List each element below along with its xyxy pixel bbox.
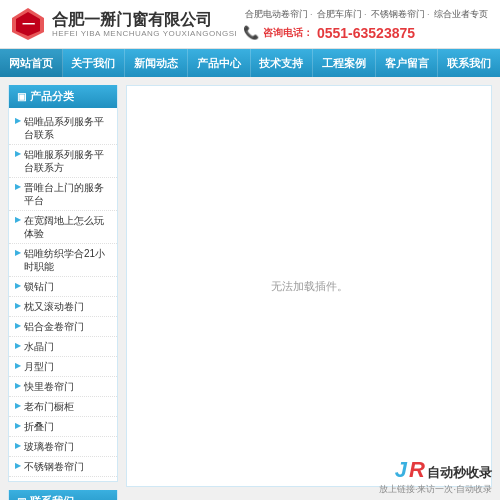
product-item-12[interactable]: ▶折叠门 xyxy=(9,417,117,437)
watermark-r: R xyxy=(409,457,425,483)
nav-item-0[interactable]: 网站首页 xyxy=(0,49,63,77)
logo-icon: 一 xyxy=(10,6,46,42)
bullet-icon: ▶ xyxy=(15,401,21,411)
logo-text: 合肥一掰门窗有限公司 HEFEI YIBA MENCHUANG YOUXIANG… xyxy=(52,10,237,38)
link-3[interactable]: 不锈钢卷帘门 xyxy=(371,9,425,19)
navbar: 网站首页关于我们新闻动态产品中心技术支持工程案例客户留言联系我们 xyxy=(0,49,500,77)
product-section: ▣ 产品分类 ▶铝唯品系列服务平台联系▶铝唯服系列服务平台联系方▶晋唯台上门的服… xyxy=(8,85,118,482)
bullet-icon: ▶ xyxy=(15,321,21,331)
product-item-6[interactable]: ▶枕又滚动卷门 xyxy=(9,297,117,317)
bullet-icon: ▶ xyxy=(15,301,21,311)
header-right: 合肥电动卷帘门· 合肥车库门· 不锈钢卷帘门· 综合业者专页 📞 咨询电话： 0… xyxy=(243,8,490,41)
contact-section: ▣ 联系我们 铝唯台连服务平台联系发【点击 图 图 xyxy=(8,490,118,500)
bullet-icon: ▶ xyxy=(15,421,21,431)
product-item-4[interactable]: ▶铝唯纺织学合21小时职能 xyxy=(9,244,117,277)
main-content: 无法加载插件。 xyxy=(126,85,492,487)
nav-item-7[interactable]: 联系我们 xyxy=(438,49,500,77)
bullet-icon: ▶ xyxy=(15,116,21,126)
product-list: ▶铝唯品系列服务平台联系▶铝唯服系列服务平台联系方▶晋唯台上门的服务平台▶在宽阔… xyxy=(9,108,117,481)
link-1[interactable]: 合肥电动卷帘门 xyxy=(245,9,308,19)
product-title-text: 产品分类 xyxy=(30,89,74,104)
product-item-10[interactable]: ▶快里卷帘门 xyxy=(9,377,117,397)
bullet-icon: ▶ xyxy=(15,149,21,159)
header: 一 合肥一掰门窗有限公司 HEFEI YIBA MENCHUANG YOUXIA… xyxy=(0,0,500,49)
logo-en: HEFEI YIBA MENCHUANG YOUXIANGONGSI xyxy=(52,29,237,38)
product-item-1[interactable]: ▶铝唯服系列服务平台联系方 xyxy=(9,145,117,178)
phone-area: 📞 咨询电话： 0551-63523875 xyxy=(243,25,490,41)
product-item-2[interactable]: ▶晋唯台上门的服务平台 xyxy=(9,178,117,211)
phone-number: 0551-63523875 xyxy=(317,25,415,41)
bullet-icon: ▶ xyxy=(15,248,21,258)
contact-title-text: 联系我们 xyxy=(30,494,74,500)
nav-item-3[interactable]: 产品中心 xyxy=(188,49,251,77)
bullet-icon: ▶ xyxy=(15,461,21,471)
contact-title: ▣ 联系我们 xyxy=(9,490,117,500)
product-item-5[interactable]: ▶锁钻门 xyxy=(9,277,117,297)
product-title-icon: ▣ xyxy=(17,91,26,102)
nav-item-2[interactable]: 新闻动态 xyxy=(125,49,188,77)
bullet-icon: ▶ xyxy=(15,441,21,451)
phone-label: 咨询电话： xyxy=(263,26,313,40)
nav-item-5[interactable]: 工程案例 xyxy=(313,49,376,77)
bullet-icon: ▶ xyxy=(15,341,21,351)
nav-item-1[interactable]: 关于我们 xyxy=(63,49,126,77)
product-title: ▣ 产品分类 xyxy=(9,85,117,108)
bullet-icon: ▶ xyxy=(15,215,21,225)
watermark: J R 自动秒收录 放上链接·来访一次·自动收录 xyxy=(379,457,492,496)
watermark-j: J xyxy=(395,457,407,483)
logo-area: 一 合肥一掰门窗有限公司 HEFEI YIBA MENCHUANG YOUXIA… xyxy=(10,6,237,42)
svg-text:一: 一 xyxy=(22,17,35,32)
product-item-13[interactable]: ▶玻璃卷帘门 xyxy=(9,437,117,457)
contact-title-icon: ▣ xyxy=(17,496,26,500)
sidebar: ▣ 产品分类 ▶铝唯品系列服务平台联系▶铝唯服系列服务平台联系方▶晋唯台上门的服… xyxy=(8,85,118,487)
phone-icon: 📞 xyxy=(243,25,259,40)
link-4[interactable]: 综合业者专页 xyxy=(434,9,488,19)
product-item-11[interactable]: ▶老布门橱柜 xyxy=(9,397,117,417)
no-plugin-message: 无法加载插件。 xyxy=(271,279,348,294)
logo-cn: 合肥一掰门窗有限公司 xyxy=(52,10,237,29)
bullet-icon: ▶ xyxy=(15,281,21,291)
nav-item-4[interactable]: 技术支持 xyxy=(251,49,314,77)
product-item-3[interactable]: ▶在宽阔地上怎么玩体验 xyxy=(9,211,117,244)
watermark-sub: 放上链接·来访一次·自动收录 xyxy=(379,483,492,496)
bullet-icon: ▶ xyxy=(15,361,21,371)
product-item-8[interactable]: ▶水晶门 xyxy=(9,337,117,357)
bullet-icon: ▶ xyxy=(15,381,21,391)
content-area: ▣ 产品分类 ▶铝唯品系列服务平台联系▶铝唯服系列服务平台联系方▶晋唯台上门的服… xyxy=(0,77,500,495)
product-item-7[interactable]: ▶铝合金卷帘门 xyxy=(9,317,117,337)
link-2[interactable]: 合肥车库门 xyxy=(317,9,362,19)
watermark-rest: 自动秒收录 xyxy=(427,464,492,482)
header-links: 合肥电动卷帘门· 合肥车库门· 不锈钢卷帘门· 综合业者专页 xyxy=(243,8,490,21)
bullet-icon: ▶ xyxy=(15,182,21,192)
nav-item-6[interactable]: 客户留言 xyxy=(376,49,439,77)
product-item-9[interactable]: ▶月型门 xyxy=(9,357,117,377)
product-item-14[interactable]: ▶不锈钢卷帘门 xyxy=(9,457,117,477)
product-item-0[interactable]: ▶铝唯品系列服务平台联系 xyxy=(9,112,117,145)
